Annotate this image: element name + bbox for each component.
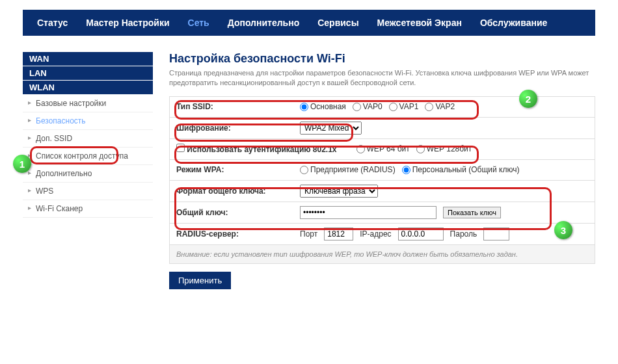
top-nav: Статус Мастер Настройки Сеть Дополнитель… — [23, 10, 595, 36]
wpa-mode-label: Режим WPA: — [176, 165, 300, 174]
radius-label: RADIUS-сервер: — [176, 229, 300, 239]
wep128-option[interactable]: WEP 128бит — [416, 144, 472, 153]
nav-status[interactable]: Статус — [28, 11, 77, 34]
ssid-option-vap1[interactable]: VAP1 — [389, 102, 419, 111]
form: Тип SSID: Основная VAP0 VAP1 VAP2 Шифров… — [169, 96, 595, 264]
radius-pwd-label: Пароль — [450, 229, 477, 239]
apply-button[interactable]: Применить — [169, 272, 231, 289]
ssid-type-label: Тип SSID: — [176, 102, 300, 111]
radius-ip-label: IP-адрес — [360, 229, 391, 239]
sidebar-head-wan[interactable]: WAN — [23, 52, 153, 66]
nav-advanced[interactable]: Дополнительно — [219, 11, 308, 34]
ssid-radio-vap2[interactable] — [425, 103, 433, 111]
nav-firewall[interactable]: Межсетевой Экран — [368, 11, 471, 34]
auth8021x-checkbox[interactable] — [176, 144, 185, 152]
ssid-radio-main[interactable] — [300, 103, 308, 111]
wpa-personal-radio[interactable] — [402, 166, 410, 174]
page-desc: Страница предназначена для настройки пар… — [169, 68, 595, 88]
ssid-option-vap0[interactable]: VAP0 — [353, 102, 383, 111]
sidebar-item-ssid[interactable]: Доп. SSID — [23, 130, 153, 148]
auth8021x-option[interactable]: Использовать аутентификацию 802.1x — [176, 145, 337, 154]
radius-port-input[interactable] — [324, 228, 353, 240]
sidebar-item-adv[interactable]: Дополнительно — [23, 165, 153, 183]
nav-maintenance[interactable]: Обслуживание — [471, 11, 556, 34]
main-panel: Настройка безопасности Wi-Fi Страница пр… — [153, 52, 595, 289]
wep-note: Внимание: если установлен тип шифрования… — [170, 245, 595, 263]
sidebar-head-wlan[interactable]: WLAN — [23, 81, 153, 94]
sidebar-item-acl[interactable]: Список контроля доступа — [23, 148, 153, 165]
radius-port-label: Порт — [300, 229, 317, 239]
sidebar: WAN LAN WLAN Базовые настройки Безопасно… — [23, 52, 153, 289]
show-key-button[interactable]: Показать ключ — [443, 207, 501, 218]
wep64-option[interactable]: WEP 64 бит — [356, 144, 410, 153]
key-input[interactable] — [300, 206, 437, 219]
sidebar-item-scanner[interactable]: Wi-Fi Сканер — [23, 200, 153, 218]
ssid-radio-vap0[interactable] — [353, 103, 361, 111]
key-format-select[interactable]: Ключевая фраза — [300, 185, 378, 198]
wpa-enterprise-radio[interactable] — [300, 166, 308, 174]
sidebar-item-wps[interactable]: WPS — [23, 183, 153, 200]
ssid-option-vap2[interactable]: VAP2 — [425, 102, 455, 111]
sidebar-head-lan[interactable]: LAN — [23, 66, 153, 80]
key-label: Общий ключ: — [176, 208, 300, 217]
ssid-radio-vap1[interactable] — [389, 103, 397, 111]
wep64-radio[interactable] — [356, 145, 365, 153]
radius-pwd-input[interactable] — [483, 228, 509, 240]
wpa-enterprise-option[interactable]: Предприятие (RADIUS) — [300, 165, 396, 174]
encryption-select[interactable]: WPA2 Mixed — [300, 122, 362, 135]
sidebar-item-basic[interactable]: Базовые настройки — [23, 95, 153, 112]
key-format-label: Формат общего ключа: — [176, 187, 300, 196]
nav-wizard[interactable]: Мастер Настройки — [77, 11, 178, 34]
nav-services[interactable]: Сервисы — [308, 11, 368, 34]
radius-ip-input[interactable] — [398, 228, 444, 240]
wep128-radio[interactable] — [416, 145, 425, 153]
wpa-personal-option[interactable]: Персональный (Общий ключ) — [402, 165, 520, 174]
encryption-label: Шифрование: — [176, 124, 300, 133]
ssid-option-main[interactable]: Основная — [300, 102, 346, 111]
nav-network[interactable]: Сеть — [179, 11, 219, 34]
sidebar-item-security[interactable]: Безопасность — [23, 112, 153, 130]
page-title: Настройка безопасности Wi-Fi — [169, 52, 595, 66]
